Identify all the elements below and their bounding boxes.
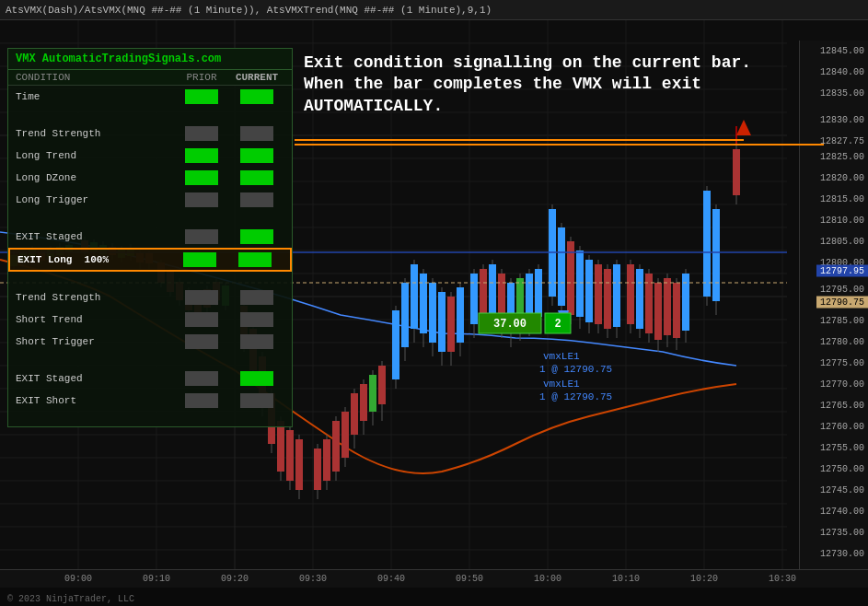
col-prior-label: PRIOR [174,72,229,83]
row-time-current [229,89,284,104]
price-12845: 12845.00 [820,46,864,56]
chart-area: VMX AutomaticTradingSignals.com CONDITIO… [0,20,868,588]
row-ts1-prior [174,126,229,141]
svg-rect-171 [682,274,689,331]
orange-line [295,144,824,146]
row-short-trend-label: Short Trend [16,314,174,325]
trade-label-2b: 1 @ 12790.75 [539,391,612,402]
row-time: Time [8,86,292,108]
row-time-label: Time [16,91,174,102]
row-el-current [227,252,283,267]
price-12785: 12785.00 [820,316,864,326]
strig-prior-indicator [185,334,218,349]
svg-rect-89 [277,421,284,472]
row-esl-prior [174,229,229,244]
row-ess-current [229,371,284,386]
candles-0940 [314,361,386,499]
svg-rect-95 [314,449,321,490]
svg-rect-157 [613,264,620,327]
svg-rect-155 [604,269,611,329]
row-long-trigger: Long Trigger [8,189,292,211]
price-12805: 12805.00 [820,237,864,247]
esl-current-indicator [240,229,273,244]
price-12765: 12765.00 [820,401,864,411]
time-1010: 10:10 [612,574,640,584]
svg-rect-105 [360,384,367,421]
price-12740: 12740.00 [820,506,864,516]
row-exit-short-label: EXIT Short [16,395,174,406]
row-es-prior [174,393,229,408]
svg-rect-173 [703,191,711,297]
time-1030: 10:30 [769,574,796,584]
trade-label-1: vmxLE1 [543,351,580,362]
svg-rect-131 [489,264,496,315]
price-axis: 12845.00 12840.00 12835.00 12830.00 1282… [799,41,868,569]
panel-header: VMX AutomaticTradingSignals.com [8,49,292,70]
red-down-arrow [736,120,751,135]
price-box-value: 37.00 [493,318,527,331]
svg-rect-141 [535,269,542,317]
row-exit-staged-long: EXIT Staged [8,226,292,248]
price-12797: 12797.95 [816,264,868,276]
ts1-current-indicator [240,126,273,141]
annotation-line2: When the bar completes the VMX will exit [304,74,751,95]
footer: © 2023 NinjaTrader, LLC [7,594,134,604]
row-strig-current [229,334,284,349]
price-12755: 12755.00 [820,442,864,452]
annotation: Exit condition signalling on the current… [304,52,751,117]
annotation-line1: Exit condition signalling on the current… [304,52,751,74]
price-12750: 12750.00 [820,463,864,473]
svg-rect-99 [332,421,340,472]
svg-rect-125 [457,287,464,343]
row-ltrig-current [229,192,284,207]
row-long-dzone-label: Long DZone [16,172,174,183]
price-12730: 12730.00 [820,548,864,558]
svg-rect-159 [627,264,634,324]
chart-title: AtsVMX(Dash)/AtsVMX(MNQ ##-## (1 Minute)… [6,5,492,16]
svg-rect-101 [341,412,349,458]
svg-rect-169 [673,283,680,338]
row-exit-long-label: EXIT Long 100% [17,254,172,265]
svg-rect-97 [323,439,330,481]
time-0940: 09:40 [377,574,405,584]
ts2-prior-indicator [185,290,218,305]
trade-label-1b: 1 @ 12790.75 [539,364,612,375]
price-12790: 12790.75 [816,297,868,309]
panel-brand: VMX AutomaticTradingSignals.com [16,52,221,65]
row-trend-strength-2-label: Trend Strength [16,292,174,303]
row-long-dzone: Long DZone [8,167,292,189]
price-12770: 12770.00 [820,379,864,390]
row-exit-staged-long-label: EXIT Staged [16,231,174,242]
condition-panel: VMX AutomaticTradingSignals.com CONDITIO… [7,48,293,427]
spacer-2 [8,211,292,226]
price-12795: 12795.00 [820,284,864,294]
time-0930: 09:30 [299,574,327,584]
svg-rect-153 [595,264,602,324]
row-lt-prior [174,148,229,163]
candles-1030 [703,126,747,315]
col-condition-label: CONDITION [16,72,174,83]
row-ts2-prior [174,290,229,305]
row-exit-short: EXIT Short [8,390,292,412]
candles-0950 [392,260,464,389]
lt-current-indicator [240,148,273,163]
row-lt-current [229,148,284,163]
esl-prior-indicator [185,229,218,244]
ts2-current-indicator [240,290,273,305]
svg-rect-177 [733,149,740,195]
price-12775: 12775.00 [820,358,864,368]
price-12835: 12835.00 [820,88,864,99]
row-st-current [229,312,284,327]
ltrig-current-indicator [240,192,273,207]
row-trend-strength-1: Trend Strength [8,122,292,145]
copyright-text: © 2023 NinjaTrader, LLC [7,594,134,604]
svg-rect-149 [576,251,584,317]
svg-rect-165 [654,283,662,340]
row-exit-staged-short-label: EXIT Staged [16,373,174,384]
svg-rect-129 [480,269,487,320]
es-prior-indicator [185,393,218,408]
st-current-indicator [240,312,273,327]
svg-rect-161 [636,269,643,329]
svg-rect-119 [429,283,436,343]
svg-rect-93 [295,439,303,490]
